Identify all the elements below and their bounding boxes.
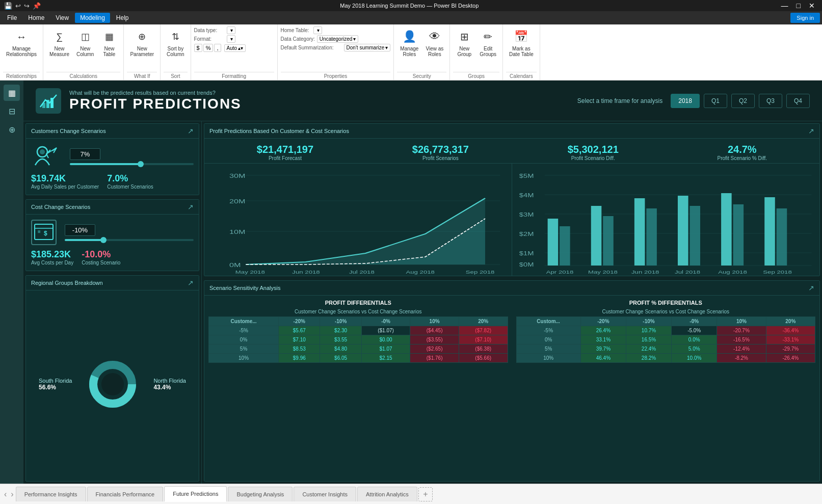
profit-expand-icon[interactable]: ↗ — [808, 127, 814, 135]
cost-slider-value[interactable] — [65, 224, 95, 236]
currency-dollar-btn[interactable]: $ — [194, 44, 202, 52]
auto-dropdown[interactable]: Auto ▴▾ — [224, 44, 246, 52]
avg-daily-sales-value: $19.74K — [31, 173, 99, 184]
signin-button[interactable]: Sign in — [790, 13, 820, 23]
svg-rect-44 — [646, 208, 657, 266]
customers-slider-track[interactable] — [70, 163, 194, 165]
time-2018-btn[interactable]: 2018 — [671, 94, 700, 108]
menu-home[interactable]: Home — [23, 13, 49, 23]
north-florida-pct: 43.4% — [153, 384, 186, 391]
manage-relationships-button[interactable]: ↔ ManageRelationships — [3, 26, 40, 59]
table-cell: ($1.07) — [361, 326, 410, 335]
menu-view[interactable]: View — [50, 13, 74, 23]
table-cell: ($4.45) — [410, 326, 459, 335]
undo-icon[interactable]: ↩ — [15, 2, 21, 10]
percent-btn[interactable]: % — [203, 44, 214, 52]
profit-diff-table: Custome... -20% -10% -0% 10% 20% — [208, 316, 508, 363]
pct-col-header-pos10: 10% — [717, 317, 766, 326]
profit-diff-subtitle: Customer Change Scenarios vs Cost Change… — [208, 309, 508, 314]
svg-text:Jul 2018: Jul 2018 — [349, 270, 375, 275]
cost-panel-header: Cost Change Scenarios ↗ — [26, 200, 199, 215]
minimize-btn[interactable]: — — [778, 2, 791, 10]
time-q1-btn[interactable]: Q1 — [704, 94, 727, 108]
ribbon-group-calendars: 📅 Mark asDate Table Calendars — [503, 24, 540, 80]
comma-btn[interactable]: , — [214, 44, 221, 52]
save-icon[interactable]: 💾 — [4, 2, 12, 10]
add-tab-button[interactable]: + — [418, 487, 433, 501]
new-measure-button[interactable]: ∑ NewMeasure — [46, 26, 72, 59]
sensitivity-panel: Scenario Sensitivity Analysis ↗ PROFIT D… — [204, 280, 820, 482]
new-group-icon: ⊞ — [456, 29, 472, 45]
datatype-dropdown[interactable]: ▾ — [227, 26, 235, 34]
tab-customer-insights[interactable]: Customer Insights — [294, 487, 356, 501]
maximize-btn[interactable]: □ — [793, 2, 804, 10]
customers-expand-icon[interactable]: ↗ — [188, 127, 194, 135]
table-cell: 10.7% — [626, 326, 671, 335]
customers-slider-thumb[interactable] — [138, 161, 144, 167]
ribbon-group-calculations: ∑ NewMeasure ◫ NewColumn ▦ NewTable Calc… — [43, 24, 124, 80]
model-view-button[interactable]: ⊕ — [4, 121, 20, 138]
home-table-dropdown[interactable]: ▾ — [313, 26, 322, 34]
tab-nav-left[interactable]: ‹ — [2, 490, 9, 499]
profit-forecast-label: Profit Forecast — [257, 155, 313, 161]
cost-slider-track[interactable] — [65, 239, 194, 241]
cost-expand-icon[interactable]: ↗ — [188, 203, 194, 211]
tab-performance-insights[interactable]: Performance Insights — [16, 487, 86, 501]
customers-panel-title: Customers Change Scenarios — [31, 128, 106, 134]
table-cell: $5.67 — [279, 326, 320, 335]
svg-rect-46 — [690, 206, 700, 266]
report-view-button[interactable]: ▦ — [4, 85, 20, 101]
table-cell: -33.1% — [766, 335, 815, 344]
line-chart-svg: 30M 20M 10M 0M — [208, 168, 508, 280]
new-table-button[interactable]: ▦ NewTable — [98, 26, 120, 59]
format-dropdown[interactable]: ▾ — [227, 35, 235, 43]
row-header: 0% — [516, 335, 580, 344]
customers-panel: Customers Change Scenarios ↗ — [25, 123, 199, 195]
data-view-button[interactable]: ⊟ — [4, 103, 20, 119]
sensitivity-expand-icon[interactable]: ↗ — [808, 284, 814, 292]
profit-scenarios-label: Profit Scenarios — [412, 155, 469, 161]
cost-slider-thumb[interactable] — [100, 237, 107, 243]
tab-budgeting-analysis[interactable]: Budgeting Analysis — [228, 487, 293, 501]
redo-icon[interactable]: ↪ — [24, 2, 30, 10]
cost-panel-title: Cost Change Scenarios — [31, 204, 90, 210]
col-header-neg20: -20% — [279, 317, 320, 326]
svg-text:$0M: $0M — [519, 262, 534, 268]
tab-future-predictions[interactable]: Future Predictions — [164, 486, 227, 502]
col-header-customer: Custome... — [209, 317, 279, 326]
cost-slider-container — [65, 224, 194, 241]
time-q3-btn[interactable]: Q3 — [759, 94, 782, 108]
new-column-button[interactable]: ◫ NewColumn — [73, 26, 97, 59]
manage-roles-button[interactable]: 👤 ManageRoles — [397, 26, 421, 59]
ribbon: ↔ ManageRelationships Relationships ∑ Ne… — [0, 24, 822, 81]
window-controls[interactable]: — □ ✕ — [778, 2, 818, 10]
menu-file[interactable]: File — [2, 13, 22, 23]
tab-financials-performance[interactable]: Financials Performance — [87, 487, 164, 501]
svg-text:Apr 2018: Apr 2018 — [546, 270, 574, 275]
customers-slider-value[interactable]: 7% — [70, 148, 100, 160]
ribbon-group-relationships: ↔ ManageRelationships Relationships — [0, 24, 43, 80]
close-btn[interactable]: ✕ — [806, 2, 818, 10]
table-cell: $9.96 — [279, 354, 320, 363]
menu-modeling[interactable]: Modeling — [75, 13, 110, 23]
view-as-roles-button[interactable]: 👁 View asRoles — [422, 26, 446, 59]
time-q2-btn[interactable]: Q2 — [731, 94, 755, 108]
svg-text:May 2018: May 2018 — [588, 270, 618, 275]
regional-expand-icon[interactable]: ↗ — [188, 279, 194, 287]
menu-help[interactable]: Help — [111, 13, 134, 23]
tab-attrition-analytics[interactable]: Attrition Analytics — [357, 487, 417, 501]
new-group-button[interactable]: ⊞ NewGroup — [453, 26, 475, 59]
new-parameter-button[interactable]: ⊕ NewParameter — [127, 26, 157, 59]
tab-nav-right[interactable]: › — [9, 490, 15, 499]
sort-by-column-button[interactable]: ⇅ Sort byColumn — [164, 26, 187, 59]
mark-as-date-table-button[interactable]: 📅 Mark asDate Table — [506, 26, 537, 59]
north-florida-legend: North Florida 43.4% — [153, 378, 186, 391]
summarization-dropdown[interactable]: Don't summarize ▾ — [344, 44, 391, 51]
time-q4-btn[interactable]: Q4 — [786, 94, 810, 108]
relationships-icon: ↔ — [13, 29, 30, 45]
table-cell: ($3.55) — [410, 335, 459, 344]
data-category-dropdown[interactable]: Uncategorized ▾ — [317, 35, 358, 43]
edit-groups-button[interactable]: ✏ EditGroups — [476, 26, 499, 59]
avg-daily-sales-block: $19.74K Avg Daily Sales per Customer — [31, 173, 99, 190]
pin-icon[interactable]: 📌 — [33, 2, 41, 10]
